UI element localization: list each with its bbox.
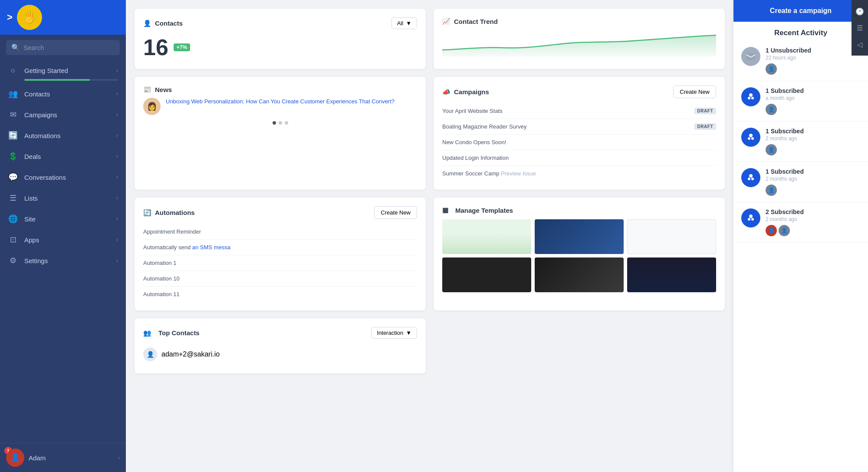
right-sidebar: Create a campaign Recent Activity 1 Unsu…: [733, 0, 868, 472]
sidebar-item-getting-started[interactable]: ○ Getting Started ›: [0, 60, 126, 81]
sidebar-item-conversations[interactable]: 💬 Conversations ›: [0, 167, 126, 188]
news-icon: 📰: [143, 86, 151, 93]
subscribe-icon: [746, 92, 756, 102]
campaign-item-3: New Condo Opens Soon!: [442, 135, 716, 150]
layers-icon[interactable]: ☰: [852, 20, 868, 36]
automations-widget-title: 🔄 Automations: [143, 209, 195, 217]
chevron-right-icon: ›: [116, 91, 118, 97]
svg-point-2: [748, 97, 750, 99]
logo-button[interactable]: 🖐️: [17, 5, 42, 30]
send-icon[interactable]: ◁: [852, 36, 868, 52]
getting-started-icon: ○: [8, 66, 18, 75]
create-campaign-button[interactable]: Create a campaign: [733, 0, 868, 22]
top-contacts-icon: 👥: [143, 329, 151, 337]
chevron-right-icon: ›: [116, 132, 118, 139]
user-name: Adam: [29, 454, 114, 462]
chevron-down-icon: ▼: [406, 330, 411, 336]
campaign-name: Your April Website Stats: [442, 108, 503, 114]
mini-avatar: 👤: [766, 185, 777, 196]
campaigns-widget: 📣 Campaigns Create New Your April Websit…: [434, 77, 725, 190]
search-input[interactable]: [23, 44, 115, 51]
right-edge-toolbar: 🕐 ☰ ◁: [852, 0, 868, 56]
automation-item-4: Automation 10: [143, 271, 417, 287]
sidebar-item-contacts[interactable]: 👥 Contacts ›: [0, 83, 126, 104]
activity-avatar-1: [741, 47, 760, 66]
apps-icon: ⊡: [8, 235, 18, 244]
news-dot-1[interactable]: [273, 121, 276, 125]
automations-create-new-button[interactable]: Create New: [374, 206, 417, 219]
activity-item-5: 2 Subscribed 2 months ago 👤 👤: [733, 202, 868, 243]
templates-title-text: Manage Templates: [455, 207, 513, 214]
automation-item-5: Automation 11: [143, 287, 417, 302]
sidebar-item-campaigns[interactable]: ✉ Campaigns ›: [0, 104, 126, 125]
top-contacts-title: 👥 Top Contacts: [143, 329, 200, 337]
automation-item-1: Appointment Reminder: [143, 224, 417, 240]
svg-point-3: [751, 97, 754, 99]
activity-info-3: 1 Subscribed 2 months ago 👤: [766, 128, 860, 155]
campaign-item-4: Updated Login Information: [442, 150, 716, 166]
news-title-text: News: [155, 86, 172, 93]
chevron-down-icon: ▼: [406, 20, 411, 26]
news-avatar: 👩: [143, 98, 161, 115]
sidebar-item-automations[interactable]: 🔄 Automations ›: [0, 125, 126, 146]
automations-icon: 🔄: [8, 131, 18, 140]
template-thumb-3[interactable]: [627, 219, 716, 254]
templates-widget: ▦ Manage Templates: [434, 198, 725, 310]
automation-highlight: an SMS messa: [192, 244, 230, 251]
template-thumb-1[interactable]: [442, 219, 531, 254]
news-widget-title: 📰 News: [143, 86, 417, 93]
automations-title-text: Automations: [155, 209, 195, 216]
dropdown-label: All: [397, 20, 403, 26]
user-profile-footer[interactable]: 1 👤 Adam ›: [0, 443, 126, 472]
mini-avatar: 👤: [766, 144, 777, 155]
template-thumb-2[interactable]: [535, 219, 624, 254]
sidebar-item-label: Campaigns: [24, 111, 110, 119]
automations-list: Appointment Reminder Automatically send …: [143, 224, 417, 302]
subscribe-icon: [746, 213, 756, 223]
search-container: 🔍: [6, 40, 120, 55]
sidebar-item-site[interactable]: 🌐 Site ›: [0, 208, 126, 229]
chevron-right-icon: ›: [116, 153, 118, 159]
automations-widget: 🔄 Automations Create New Appointment Rem…: [135, 198, 426, 310]
svg-point-1: [749, 93, 753, 97]
news-dot-2[interactable]: [279, 121, 282, 125]
svg-point-8: [748, 178, 750, 180]
svg-point-4: [749, 134, 753, 137]
sidebar-item-apps[interactable]: ⊡ Apps ›: [0, 229, 126, 250]
svg-point-6: [751, 137, 754, 140]
template-thumb-5[interactable]: [535, 257, 624, 292]
trend-icon: 📈: [442, 17, 450, 25]
clock-icon[interactable]: 🕐: [852, 3, 868, 19]
news-article-link[interactable]: Unboxing Web Personalization: How Can Yo…: [166, 98, 395, 106]
sidebar-item-lists[interactable]: ☰ Lists ›: [0, 188, 126, 208]
campaign-item-2: Boating Magazine Reader Survey DRAFT: [442, 119, 716, 135]
mini-avatar-person1: 👤: [766, 225, 777, 236]
contacts-filter-dropdown[interactable]: All ▼: [391, 17, 417, 29]
chevron-right-icon: ›: [116, 216, 118, 222]
activity-item-4: 1 Subscribed 2 months ago 👤: [733, 162, 868, 202]
automations-icon: 🔄: [143, 209, 151, 217]
dropdown-label: Interaction: [377, 330, 403, 336]
activity-avatars-2: 👤: [766, 104, 860, 115]
top-contacts-filter-dropdown[interactable]: Interaction ▼: [371, 327, 417, 339]
news-dot-3[interactable]: [285, 121, 288, 125]
contacts-widget: 👤 Contacts All ▼ 16 +7%: [135, 9, 426, 69]
campaign-item-1: Your April Website Stats DRAFT: [442, 103, 716, 119]
campaign-preview-label: Preview Issue: [501, 170, 536, 177]
chevron-right-icon: ›: [116, 257, 118, 264]
template-thumb-4[interactable]: [442, 257, 531, 292]
sidebar-toggle-icon[interactable]: >: [7, 12, 13, 23]
campaign-name: New Condo Opens Soon!: [442, 139, 506, 145]
top-contacts-widget: 👥 Top Contacts Interaction ▼ 👤 adam+2@sa…: [135, 318, 426, 373]
top-contacts-header: 👥 Top Contacts Interaction ▼: [143, 327, 417, 339]
lists-icon: ☰: [8, 193, 18, 203]
sidebar-item-deals[interactable]: 💲 Deals ›: [0, 146, 126, 167]
contact-avatar: 👤: [143, 347, 157, 361]
activity-avatar-5: [741, 208, 760, 228]
template-thumb-6[interactable]: [627, 257, 716, 292]
sidebar-item-settings[interactable]: ⚙ Settings ›: [0, 250, 126, 271]
campaigns-create-new-button[interactable]: Create New: [673, 86, 716, 98]
campaign-status-badge: DRAFT: [694, 123, 716, 130]
templates-icon: ▦: [442, 206, 448, 214]
subscribe-icon: [746, 132, 756, 142]
